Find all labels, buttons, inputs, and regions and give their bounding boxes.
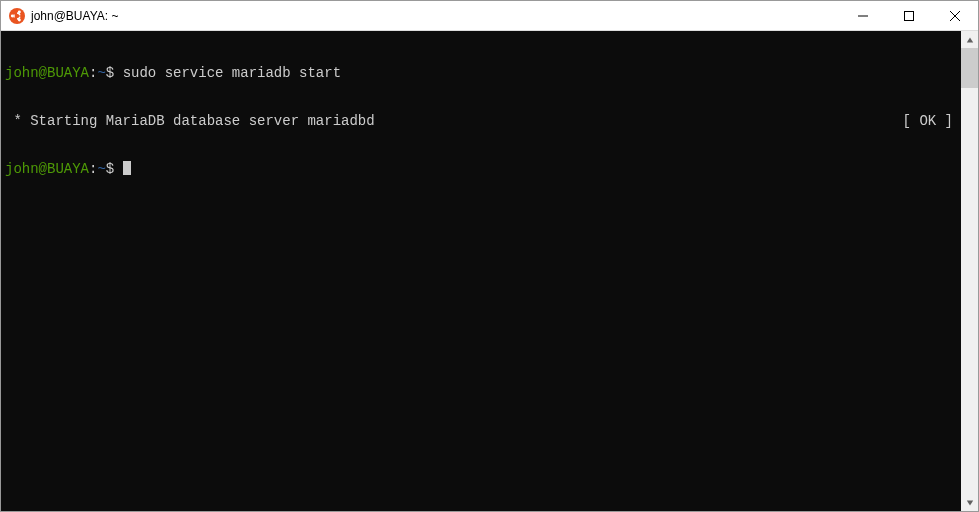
command-text: sudo service mariadb start xyxy=(123,65,341,81)
cursor xyxy=(123,161,131,175)
close-button[interactable] xyxy=(932,1,978,30)
prompt-path: ~ xyxy=(97,161,105,177)
prompt-colon: : xyxy=(89,161,97,177)
titlebar-left: john@BUAYA: ~ xyxy=(1,8,840,24)
terminal-line: john@BUAYA:~$ xyxy=(5,161,957,177)
service-message: * Starting MariaDB database server maria… xyxy=(5,113,903,129)
prompt-user: john@BUAYA xyxy=(5,65,89,81)
svg-rect-5 xyxy=(905,11,914,20)
prompt-path: ~ xyxy=(97,65,105,81)
ubuntu-icon xyxy=(9,8,25,24)
scrollbar-thumb[interactable] xyxy=(961,48,978,88)
terminal-line: * Starting MariaDB database server maria… xyxy=(5,113,957,129)
prompt-user: john@BUAYA xyxy=(5,161,89,177)
terminal-area: john@BUAYA:~$ sudo service mariadb start… xyxy=(1,31,978,511)
scrollbar-up-arrow-icon[interactable] xyxy=(961,31,978,48)
svg-marker-8 xyxy=(966,37,972,42)
minimize-button[interactable] xyxy=(840,1,886,30)
status-ok: [ OK ] xyxy=(903,113,957,129)
scrollbar-down-arrow-icon[interactable] xyxy=(961,494,978,511)
terminal-line: john@BUAYA:~$ sudo service mariadb start xyxy=(5,65,957,81)
titlebar: john@BUAYA: ~ xyxy=(1,1,978,31)
terminal-window: john@BUAYA: ~ john@BUAYA:~$ sudo service… xyxy=(0,0,979,512)
svg-marker-9 xyxy=(966,500,972,505)
prompt-colon: : xyxy=(89,65,97,81)
vertical-scrollbar[interactable] xyxy=(961,31,978,511)
terminal-content[interactable]: john@BUAYA:~$ sudo service mariadb start… xyxy=(1,31,961,511)
window-controls xyxy=(840,1,978,30)
window-title: john@BUAYA: ~ xyxy=(31,9,118,23)
prompt-dollar: $ xyxy=(106,161,123,177)
prompt-dollar: $ xyxy=(106,65,123,81)
maximize-button[interactable] xyxy=(886,1,932,30)
